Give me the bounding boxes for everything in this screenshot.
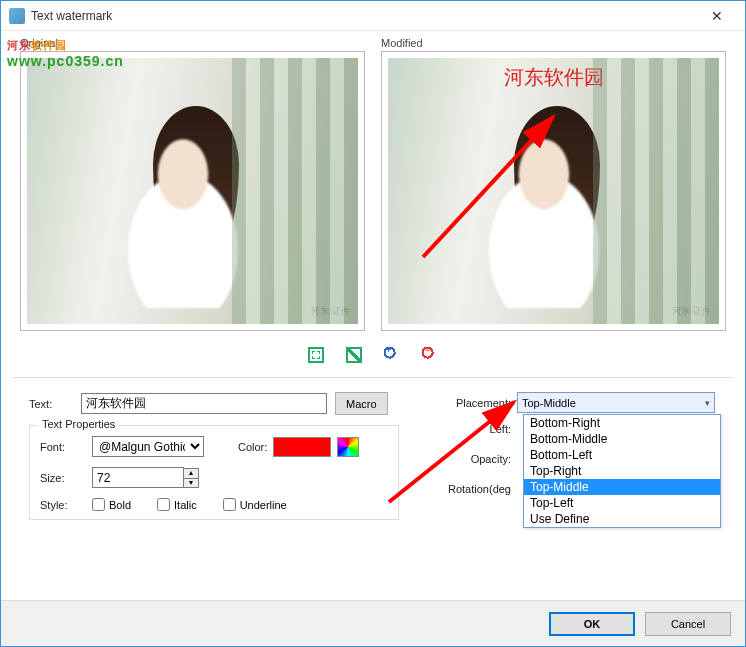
color-picker-button[interactable] (337, 437, 359, 457)
cancel-button[interactable]: Cancel (645, 612, 731, 636)
text-input[interactable] (81, 393, 327, 414)
placement-dropdown-list[interactable]: Bottom-Right Bottom-Middle Bottom-Left T… (523, 414, 721, 528)
size-input[interactable] (92, 467, 184, 488)
dialog-footer: OK Cancel (1, 600, 745, 646)
rotation-label: Rotation(deg (429, 483, 517, 495)
watermark-preview-text: 河东软件园 (504, 64, 604, 91)
text-properties-group: Text Properties Font: @Malgun Gothic Col… (29, 425, 399, 520)
placement-option[interactable]: Top-Left (524, 495, 720, 511)
font-select[interactable]: @Malgun Gothic (92, 436, 204, 457)
zoom-out-icon[interactable] (422, 347, 438, 363)
text-label: Text: (29, 398, 81, 410)
placement-option[interactable]: Bottom-Middle (524, 431, 720, 447)
placement-label: Placement: (429, 397, 517, 409)
italic-checkbox[interactable]: Italic (157, 498, 197, 511)
placement-option[interactable]: Top-Middle (524, 479, 720, 495)
original-label: Original (20, 37, 58, 49)
style-label: Style: (40, 499, 92, 511)
zoom-in-icon[interactable] (384, 347, 400, 363)
font-label: Font: (40, 441, 92, 453)
bold-checkbox[interactable]: Bold (92, 498, 131, 511)
fit-window-icon[interactable] (308, 347, 324, 363)
preview-toolbar (13, 331, 733, 377)
chevron-down-icon: ▾ (705, 398, 710, 408)
modified-label: Modified (381, 37, 423, 49)
placement-option[interactable]: Use Define (524, 511, 720, 527)
ok-button[interactable]: OK (549, 612, 635, 636)
placement-option[interactable]: Top-Right (524, 463, 720, 479)
placement-option[interactable]: Bottom-Right (524, 415, 720, 431)
color-swatch (273, 437, 331, 457)
title-bar: Text watermark ✕ (1, 1, 745, 31)
color-label: Color: (238, 441, 267, 453)
original-preview: 河东·证件 (20, 51, 365, 331)
left-label: Left: (429, 423, 517, 435)
macro-button[interactable]: Macro (335, 392, 388, 415)
opacity-label: Opacity: (429, 453, 517, 465)
underline-checkbox[interactable]: Underline (223, 498, 287, 511)
size-spinner[interactable]: ▲▼ (183, 468, 199, 488)
close-button[interactable]: ✕ (697, 1, 737, 31)
placement-option[interactable]: Bottom-Left (524, 447, 720, 463)
window-title: Text watermark (31, 9, 697, 23)
app-icon (9, 8, 25, 24)
modified-preview: 河东软件园 河东·证件 (381, 51, 726, 331)
size-label: Size: (40, 472, 92, 484)
placement-select[interactable]: Top-Middle▾ (517, 392, 715, 413)
actual-size-icon[interactable] (346, 347, 362, 363)
